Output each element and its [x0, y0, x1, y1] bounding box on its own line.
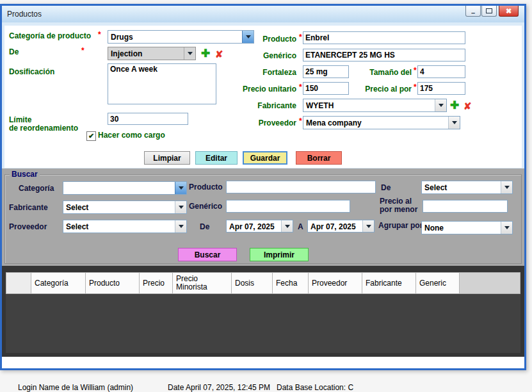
grid-header-filler — [460, 272, 520, 294]
search-category-select[interactable] — [63, 181, 187, 195]
chevron-down-icon[interactable] — [184, 47, 195, 60]
charge-checkbox-label: Hacer como cargo — [98, 131, 165, 140]
grid-header-precio-minorista[interactable]: Precio Minorista — [173, 272, 232, 294]
chevron-down-icon[interactable] — [501, 222, 512, 234]
clear-button[interactable]: Limpiar — [144, 151, 190, 165]
edit-button[interactable]: Editar — [195, 151, 238, 165]
search-manufacturer-select[interactable]: Select — [63, 200, 187, 214]
product-input[interactable] — [303, 31, 465, 44]
dosage-label: Dosificación — [9, 67, 54, 76]
search-manufacturer-label: Fabricante — [9, 203, 48, 212]
search-dose-form-select[interactable]: Select — [421, 181, 513, 194]
manufacturer-select[interactable]: WYETH — [303, 99, 447, 112]
chevron-down-icon[interactable] — [175, 201, 186, 213]
chevron-down-icon[interactable] — [281, 220, 293, 232]
group-by-select[interactable]: None — [421, 221, 513, 234]
productos-window: Productos – ✖ Categoría de producto * Dr… — [0, 4, 526, 370]
required-marker: * — [414, 83, 417, 92]
search-retail-price-input[interactable] — [423, 200, 508, 213]
supplier-select-value: Mena company — [303, 117, 448, 129]
delete-dose-form-icon[interactable]: ✘ — [215, 49, 223, 59]
supplier-select[interactable]: Mena company — [303, 116, 460, 129]
strength-label: Fortaleza — [226, 68, 296, 77]
supplier-label: Proveedor — [226, 118, 296, 127]
unit-price-input[interactable] — [303, 82, 349, 95]
window-title: Productos — [7, 10, 42, 19]
manufacturer-label: Fabricante — [226, 101, 296, 110]
search-groupbox-title: Buscar — [10, 170, 40, 179]
search-button[interactable]: Buscar — [178, 248, 237, 261]
close-button[interactable]: ✖ — [499, 6, 519, 17]
chevron-down-icon[interactable] — [362, 220, 374, 232]
category-label: Categoría de producto — [9, 31, 91, 40]
date-to-value: Apr 07, 2025 — [308, 220, 362, 232]
strength-input[interactable] — [303, 65, 349, 78]
pack-size-input[interactable] — [417, 65, 465, 78]
chevron-down-icon[interactable] — [448, 117, 460, 129]
delete-manufacturer-icon[interactable]: ✘ — [463, 101, 472, 111]
status-database-location: Data Base Location: C — [277, 383, 353, 392]
group-by-label: Agrupar por — [378, 221, 423, 230]
save-button[interactable]: Guardar — [243, 151, 287, 165]
manufacturer-select-value: WYETH — [303, 99, 435, 111]
reorder-limit-input[interactable] — [108, 113, 188, 125]
retail-price-input[interactable] — [417, 82, 465, 95]
generic-input[interactable] — [303, 49, 465, 61]
retail-price-label: Precio al por — [351, 85, 412, 94]
chevron-down-icon[interactable] — [435, 99, 446, 111]
dose-form-select[interactable]: Injection — [108, 47, 196, 60]
grid-header-fecha[interactable]: Fecha — [273, 272, 309, 294]
category-select-value: Drugs — [108, 31, 242, 43]
titlebar: Productos – ✖ — [2, 6, 524, 23]
date-from-picker[interactable]: Apr 07, 2025 — [226, 220, 293, 233]
chevron-down-icon[interactable] — [175, 182, 186, 194]
delete-button[interactable]: Borrar — [296, 151, 342, 165]
grid-header-dosis[interactable]: Dosis — [232, 272, 273, 294]
grid-header-generic[interactable]: Generic — [416, 272, 460, 294]
date-from-value: Apr 07, 2025 — [227, 220, 281, 232]
print-button[interactable]: Imprimir — [250, 248, 309, 261]
status-date: Date April 07, 2025, 12:45 PM — [168, 383, 270, 392]
date-to-picker[interactable]: Apr 07, 2025 — [307, 220, 375, 233]
grid-header-precio[interactable]: Precio — [140, 272, 173, 294]
required-marker: * — [81, 46, 85, 55]
grid-header-proveedor[interactable]: Proveedor — [309, 272, 362, 294]
dose-form-select-value: Injection — [108, 47, 184, 60]
chevron-down-icon[interactable] — [501, 181, 512, 193]
maximize-icon — [486, 8, 492, 13]
search-category-select-value — [63, 182, 175, 194]
search-generic-input[interactable] — [226, 200, 350, 213]
search-product-input[interactable] — [226, 181, 376, 193]
search-supplier-select[interactable]: Select — [63, 220, 187, 233]
check-icon: ✔ — [88, 133, 94, 140]
grid-header-producto[interactable]: Producto — [86, 272, 140, 294]
required-marker: * — [98, 30, 101, 39]
close-icon: ✖ — [506, 8, 512, 15]
client-area: Categoría de producto * Drugs De * Injec… — [2, 22, 524, 368]
chevron-down-icon[interactable] — [175, 220, 186, 233]
search-dose-form-select-value: Select — [422, 181, 501, 193]
status-login-name: Login Name de la William (admin) — [18, 383, 133, 392]
charge-checkbox[interactable]: ✔ — [86, 131, 96, 141]
date-to-label: A — [298, 222, 303, 231]
pack-size-label: Tamaño del — [351, 68, 412, 77]
add-manufacturer-icon[interactable]: ✚ — [450, 100, 459, 111]
required-marker: * — [299, 33, 302, 42]
add-dose-form-icon[interactable]: ✚ — [201, 48, 210, 59]
grid-header-categoria[interactable]: Categoría — [31, 272, 86, 294]
grid-header-rowselector[interactable] — [6, 272, 31, 294]
search-product-label: Producto — [189, 183, 223, 192]
search-supplier-select-value: Select — [63, 220, 175, 233]
dosage-textarea[interactable]: Once A week — [108, 63, 216, 104]
search-category-label: Categoría — [19, 184, 54, 193]
date-from-label: De — [200, 222, 209, 231]
maximize-button[interactable] — [481, 6, 497, 17]
dose-form-label: De — [9, 47, 19, 56]
grid-header: Categoría Producto Precio Precio Minoris… — [6, 272, 520, 294]
grid-body-empty[interactable] — [6, 294, 520, 353]
unit-price-label: Precio unitario — [226, 85, 296, 94]
grid-header-fabricante[interactable]: Fabricante — [362, 272, 416, 294]
search-supplier-label: Proveedor — [9, 222, 47, 231]
required-marker: * — [414, 66, 417, 75]
minimize-button[interactable]: – — [465, 6, 481, 17]
